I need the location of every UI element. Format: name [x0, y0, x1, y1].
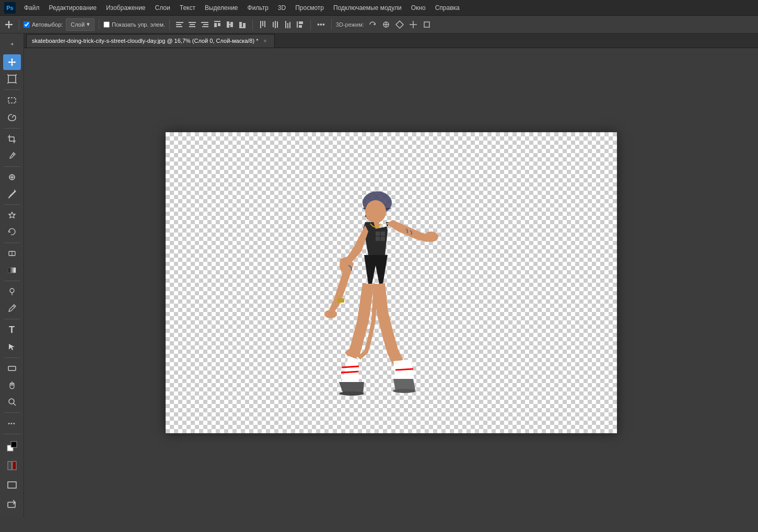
tool-eyedropper[interactable]	[3, 148, 21, 164]
tool-sep-1	[4, 89, 20, 90]
menu-3d[interactable]: 3D	[274, 2, 290, 14]
align-right-icon[interactable]	[199, 19, 211, 30]
tool-sep-3	[4, 166, 20, 167]
menu-image[interactable]: Изображение	[102, 2, 150, 14]
tool-quick-mask[interactable]	[3, 457, 21, 475]
scale-3d-icon[interactable]	[422, 19, 432, 30]
separator-1	[19, 19, 19, 30]
canvas-area: skateboarder-doing-trick-city-s-street-c…	[24, 33, 758, 517]
svg-rect-30	[299, 25, 302, 28]
tool-move[interactable]	[3, 54, 21, 70]
menu-select[interactable]: Выделение	[201, 2, 242, 14]
tool-path-select[interactable]	[3, 339, 21, 354]
menu-plugins[interactable]: Подключаемые модули	[329, 2, 406, 14]
svg-line-56	[13, 306, 15, 307]
slide-3d-icon[interactable]	[408, 19, 418, 30]
svg-marker-32	[396, 21, 403, 28]
distribute-top-icon[interactable]	[212, 19, 223, 30]
svg-marker-57	[9, 344, 15, 350]
tool-screen-mode[interactable]	[3, 476, 21, 494]
autoselect-checkbox[interactable]	[24, 21, 30, 28]
tool-hand[interactable]	[3, 377, 21, 393]
menu-window[interactable]: Окно	[407, 2, 430, 14]
tool-canvas-rotate[interactable]	[3, 495, 21, 513]
menu-filter[interactable]: Фильтр	[243, 2, 273, 14]
svg-marker-0	[5, 20, 13, 29]
align-bottom-icon[interactable]	[282, 19, 294, 30]
svg-rect-4	[189, 22, 196, 23]
autoselect-label: Автовыбор:	[32, 21, 63, 28]
skater-figure	[291, 174, 458, 420]
tool-artboard[interactable]	[3, 71, 21, 87]
tool-eraser[interactable]	[3, 246, 21, 261]
svg-rect-25	[285, 21, 286, 28]
tab-bar: skateboarder-doing-trick-city-s-street-c…	[24, 33, 758, 48]
tab-filename: skateboarder-doing-trick-city-s-street-c…	[32, 38, 259, 44]
toolbar-transfer-icons[interactable]: ↙	[3, 437, 21, 455]
tool-more[interactable]: •••	[3, 415, 21, 431]
svg-rect-15	[230, 22, 233, 27]
tool-marquee[interactable]	[3, 92, 21, 108]
svg-rect-5	[190, 24, 195, 25]
distribute-bottom-icon[interactable]	[237, 19, 248, 30]
rotate-3d-icon[interactable]	[367, 19, 378, 30]
menu-file[interactable]: Файл	[20, 2, 44, 14]
svg-rect-3	[176, 26, 182, 27]
tool-heal[interactable]	[3, 169, 21, 185]
align-top-icon[interactable]	[257, 19, 269, 30]
align-left-icon[interactable]	[174, 19, 185, 30]
show-transform-checkbox[interactable]	[103, 21, 110, 28]
tool-clone[interactable]	[3, 207, 21, 223]
svg-marker-36	[8, 58, 16, 66]
menu-view[interactable]: Просмотр	[291, 2, 328, 14]
tool-sep-6	[4, 281, 20, 281]
svg-rect-2	[176, 24, 181, 25]
drag-3d-icon[interactable]	[394, 19, 405, 30]
menu-bar: Ps Файл Редактирование Изображение Слои …	[0, 0, 758, 16]
align-center-icon[interactable]	[186, 19, 198, 30]
tool-lasso[interactable]	[3, 109, 21, 125]
svg-rect-26	[287, 23, 288, 28]
svg-rect-12	[218, 23, 220, 26]
menu-edit[interactable]: Редактирование	[45, 2, 101, 14]
svg-rect-8	[203, 24, 208, 25]
menu-layers[interactable]: Слои	[151, 2, 174, 14]
svg-rect-53	[8, 268, 16, 273]
separator-4	[252, 19, 253, 30]
separator-2	[99, 19, 99, 30]
distribute-left-icon[interactable]	[295, 19, 306, 30]
toolbar-bottom: ↙	[3, 432, 21, 515]
move-tool-options-icon	[3, 19, 15, 30]
tool-pen[interactable]	[3, 300, 21, 316]
document-tab[interactable]: skateboarder-doing-trick-city-s-street-c…	[26, 34, 275, 48]
tool-sep-8	[4, 357, 20, 358]
svg-rect-7	[201, 22, 208, 23]
svg-rect-62	[11, 442, 17, 447]
tool-history[interactable]	[3, 224, 21, 240]
svg-rect-1	[176, 22, 183, 23]
tool-text[interactable]: T	[3, 322, 21, 338]
layer-dropdown[interactable]: Слой ▾	[66, 18, 95, 31]
toolbar-collapse-btn[interactable]: ◂	[3, 36, 21, 51]
canvas-viewport[interactable]	[24, 48, 758, 517]
menu-text[interactable]: Текст	[176, 2, 200, 14]
tool-shape[interactable]	[3, 361, 21, 376]
roll-3d-icon[interactable]	[381, 19, 391, 30]
tool-dodge[interactable]	[3, 284, 21, 299]
svg-line-41	[16, 83, 17, 84]
tool-gradient[interactable]	[3, 262, 21, 278]
3d-mode-label: 3D-режим:	[336, 21, 364, 28]
more-options-icon[interactable]: •••	[315, 20, 327, 29]
tool-brush[interactable]	[3, 186, 21, 202]
distribute-middle-icon[interactable]	[224, 19, 236, 30]
tab-close-btn[interactable]: ×	[262, 37, 269, 44]
svg-rect-24	[277, 21, 278, 28]
tool-sep-9	[4, 412, 20, 413]
svg-point-59	[9, 399, 14, 404]
align-vcenter-icon[interactable]	[270, 19, 281, 30]
tool-crop[interactable]	[3, 131, 21, 146]
menu-help[interactable]: Справка	[431, 2, 464, 14]
tool-zoom[interactable]	[3, 394, 21, 410]
svg-rect-28	[297, 21, 298, 28]
show-transform-label: Показать упр. элем.	[112, 21, 165, 28]
